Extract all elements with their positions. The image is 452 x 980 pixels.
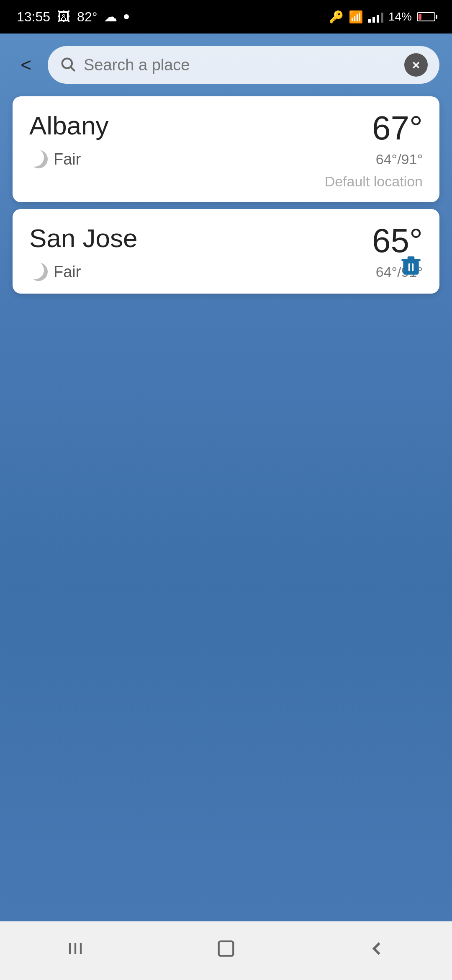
cards-container: Albany 67° Fair 64°/91° Default location… bbox=[0, 92, 452, 302]
nav-home-button[interactable] bbox=[201, 934, 251, 967]
nav-bar bbox=[0, 921, 452, 980]
back-button[interactable]: < bbox=[13, 52, 39, 78]
search-box: × bbox=[48, 46, 439, 84]
dot-indicator bbox=[124, 14, 129, 19]
signal-bars bbox=[368, 11, 383, 23]
key-icon: 🔑 bbox=[329, 10, 344, 24]
search-input[interactable] bbox=[84, 56, 397, 74]
status-temp: 82° bbox=[77, 9, 97, 25]
card-bottom-albany: Fair 64°/91° bbox=[29, 150, 423, 168]
back-arrow-icon: < bbox=[21, 54, 31, 75]
moon-icon-san-jose bbox=[29, 263, 48, 281]
temperature-albany: 67° bbox=[372, 111, 423, 145]
svg-rect-2 bbox=[403, 260, 419, 275]
weather-condition-san-jose: Fair bbox=[29, 263, 81, 281]
clear-icon: × bbox=[412, 58, 420, 72]
temp-range-albany: 64°/91° bbox=[376, 151, 423, 168]
card-top-albany: Albany 67° bbox=[29, 111, 423, 145]
signal-bar-2 bbox=[372, 17, 375, 23]
recent-apps-icon bbox=[64, 938, 86, 964]
weather-condition-albany: Fair bbox=[29, 150, 81, 168]
condition-text-san-jose: Fair bbox=[54, 263, 81, 281]
trash-icon bbox=[401, 254, 421, 283]
search-icon bbox=[59, 56, 76, 74]
nav-back-icon bbox=[366, 938, 388, 964]
status-time: 13:55 bbox=[17, 9, 50, 25]
location-card-albany[interactable]: Albany 67° Fair 64°/91° Default location bbox=[13, 96, 439, 202]
home-icon bbox=[215, 938, 237, 964]
signal-bar-4 bbox=[381, 13, 383, 23]
status-right: 🔑 📶 14% bbox=[329, 10, 435, 24]
moon-icon-albany bbox=[29, 150, 48, 168]
svg-point-0 bbox=[62, 59, 72, 68]
svg-rect-5 bbox=[408, 263, 410, 271]
nav-recent-button[interactable] bbox=[50, 934, 100, 967]
photo-icon: 🖼 bbox=[57, 9, 70, 25]
background-spacer bbox=[0, 302, 452, 921]
clear-button[interactable]: × bbox=[404, 53, 428, 77]
condition-text-albany: Fair bbox=[54, 150, 81, 168]
battery-percent: 14% bbox=[388, 10, 412, 23]
default-location-label: Default location bbox=[29, 173, 423, 190]
nav-back-button[interactable] bbox=[352, 934, 402, 967]
status-bar: 13:55 🖼 82° ☁ 🔑 📶 14% bbox=[0, 0, 452, 34]
search-area: < × bbox=[0, 34, 452, 92]
svg-rect-6 bbox=[412, 263, 413, 271]
card-bottom-san-jose: Fair 64°/91° bbox=[29, 263, 423, 281]
battery-icon bbox=[417, 12, 435, 21]
location-name-albany: Albany bbox=[29, 111, 109, 140]
svg-rect-10 bbox=[219, 941, 234, 956]
temperature-san-jose: 65° bbox=[372, 224, 423, 258]
svg-line-1 bbox=[71, 67, 75, 71]
signal-bar-1 bbox=[368, 19, 371, 23]
location-name-san-jose: San Jose bbox=[29, 224, 138, 253]
location-card-san-jose[interactable]: San Jose 65° Fair 64°/91° bbox=[13, 209, 439, 294]
delete-button-san-jose[interactable] bbox=[399, 255, 423, 282]
svg-rect-4 bbox=[401, 259, 421, 261]
battery-fill bbox=[419, 14, 421, 20]
weather-status-icon: ☁ bbox=[104, 9, 117, 25]
signal-bar-3 bbox=[377, 15, 379, 23]
card-top-san-jose: San Jose 65° bbox=[29, 224, 423, 258]
battery-body bbox=[417, 12, 435, 21]
status-left: 13:55 🖼 82° ☁ bbox=[17, 9, 129, 25]
wifi-icon: 📶 bbox=[349, 10, 363, 24]
